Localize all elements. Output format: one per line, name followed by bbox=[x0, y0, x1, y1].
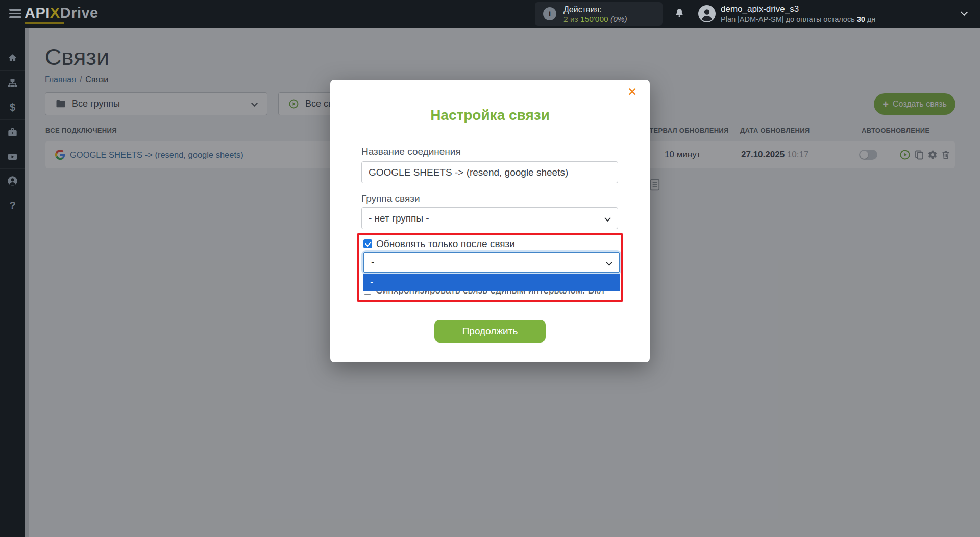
close-icon[interactable]: ✕ bbox=[625, 85, 640, 99]
modal-title: Настройка связи bbox=[330, 107, 650, 124]
info-icon: i bbox=[543, 7, 556, 20]
actions-usage: 2 из 150'000 (0%) bbox=[564, 15, 627, 24]
master-connection-select[interactable]: - bbox=[363, 252, 620, 273]
hidden-checkbox-row: Синхронизировать связь единым интервалом… bbox=[364, 291, 604, 295]
apixdrive-logo[interactable]: APIXDrive bbox=[24, 5, 99, 21]
user-plan-info: Plan |ADM-AP-SM| до оплаты осталось 30 д… bbox=[721, 15, 875, 23]
group-select[interactable]: - нет группы - bbox=[361, 207, 618, 229]
sidebar-nav: $ ? bbox=[0, 28, 25, 537]
user-menu-chevron-down-icon[interactable] bbox=[961, 9, 968, 16]
connections-icon bbox=[7, 78, 18, 88]
actions-label: Действия: bbox=[564, 5, 602, 14]
notifications-bell-icon[interactable] bbox=[674, 7, 685, 21]
sidebar-item-services[interactable] bbox=[0, 119, 25, 144]
user-name[interactable]: demo_apix-drive_s3 bbox=[721, 4, 799, 14]
select-chevron-icon bbox=[606, 259, 612, 266]
link-settings-modal: ✕ Настройка связи Название соединения GO… bbox=[330, 80, 650, 362]
logo-underline bbox=[24, 22, 64, 24]
connection-name-label: Название соединения bbox=[361, 146, 461, 157]
billing-icon: $ bbox=[10, 102, 15, 113]
connection-name-input[interactable]: GOOGLE SHEETS -> (resend, google sheets) bbox=[361, 161, 618, 183]
help-icon: ? bbox=[9, 200, 15, 211]
profile-icon bbox=[7, 176, 18, 186]
hamburger-menu-icon[interactable] bbox=[9, 9, 21, 19]
checkbox-outline bbox=[364, 291, 371, 295]
sidebar-item-home[interactable] bbox=[0, 46, 25, 70]
video-icon bbox=[7, 152, 18, 162]
services-icon bbox=[7, 127, 18, 137]
group-label: Группа связи bbox=[361, 193, 420, 204]
master-connection-dropdown-list: - bbox=[363, 274, 620, 291]
sidebar-item-help[interactable]: ? bbox=[0, 193, 25, 217]
sidebar-item-billing[interactable]: $ bbox=[0, 95, 25, 119]
dropdown-option[interactable]: - bbox=[363, 274, 620, 290]
home-icon bbox=[7, 53, 18, 63]
sidebar-item-connections[interactable] bbox=[0, 70, 25, 95]
apixdrive-app: APIXDrive i Действия: 2 из 150'000 (0%) … bbox=[0, 0, 980, 537]
sidebar-item-profile[interactable] bbox=[0, 168, 25, 193]
actions-counter[interactable]: i Действия: 2 из 150'000 (0%) bbox=[535, 2, 663, 26]
sidebar-item-video[interactable] bbox=[0, 144, 25, 168]
update-after-label: Обновлять только после связи bbox=[376, 238, 515, 250]
top-header: APIXDrive i Действия: 2 из 150'000 (0%) … bbox=[0, 0, 980, 28]
update-after-checkbox[interactable] bbox=[363, 239, 372, 248]
select-chevron-icon bbox=[604, 215, 611, 222]
user-avatar[interactable] bbox=[698, 5, 716, 25]
continue-button[interactable]: Продолжить bbox=[434, 320, 546, 343]
